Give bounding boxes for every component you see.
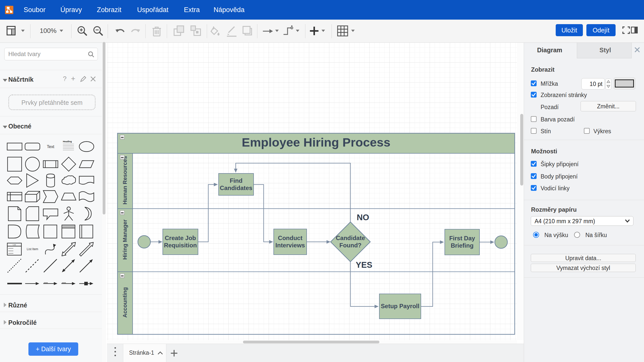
svg-text:Heading: Heading xyxy=(63,140,72,143)
svg-text:Text: Text xyxy=(47,145,54,149)
svg-text:List: List xyxy=(13,244,16,246)
svg-text:List Item: List Item xyxy=(27,247,38,251)
